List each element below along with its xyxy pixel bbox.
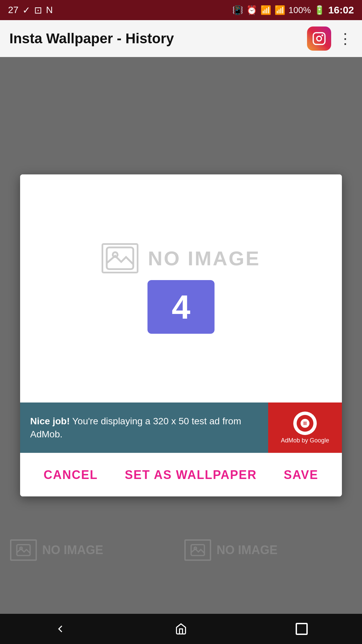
status-right-icons: 📳 ⏰ 📶 📶 100% 🔋 16:02 bbox=[232, 4, 354, 16]
signal-icon: 📶 bbox=[275, 5, 285, 15]
home-button[interactable] bbox=[168, 619, 194, 639]
dialog: NO IMAGE 4 Nice job! You're displaying a… bbox=[20, 174, 342, 496]
save-button[interactable]: SAVE bbox=[276, 463, 326, 487]
alarm-icon: ⏰ bbox=[246, 5, 257, 15]
status-left-icons: 27 ✓ ⊡ N bbox=[8, 5, 53, 16]
no-image-label: NO IMAGE bbox=[148, 247, 260, 270]
svg-rect-7 bbox=[107, 248, 133, 269]
number-badge: 4 bbox=[147, 280, 215, 334]
status-time: 16:02 bbox=[328, 4, 354, 16]
status-date: 27 bbox=[8, 5, 18, 15]
svg-point-2 bbox=[321, 35, 323, 36]
screenshot-icon: ⊡ bbox=[34, 5, 42, 16]
n-notification-icon: N bbox=[46, 5, 53, 15]
back-button[interactable] bbox=[47, 619, 74, 639]
ad-content: Nice job! You're displaying a 320 x 50 t… bbox=[30, 415, 258, 441]
checkmark-icon: ✓ bbox=[22, 5, 30, 16]
battery-icon: 🔋 bbox=[314, 5, 325, 15]
battery-level: 100% bbox=[289, 5, 311, 15]
recent-apps-button[interactable] bbox=[288, 619, 315, 639]
set-wallpaper-button[interactable]: SET AS WALLPAPER bbox=[117, 463, 265, 487]
dialog-buttons: CANCEL SET AS WALLPAPER SAVE bbox=[20, 453, 342, 496]
recent-apps-icon bbox=[296, 623, 308, 635]
vibrate-icon: 📳 bbox=[232, 5, 243, 15]
admob-logo bbox=[293, 412, 317, 435]
dialog-image-area: NO IMAGE 4 bbox=[20, 174, 342, 402]
admob-tagline: AdMob by Google bbox=[281, 437, 329, 444]
wifi-icon: 📶 bbox=[260, 5, 271, 15]
dialog-overlay: NO IMAGE 4 Nice job! You're displaying a… bbox=[0, 57, 362, 614]
image-placeholder-icon bbox=[102, 243, 138, 273]
app-bar: Insta Wallpaper - History ⋮ bbox=[0, 20, 362, 57]
ad-logo-area: AdMob by Google bbox=[268, 402, 342, 453]
instagram-icon[interactable] bbox=[307, 26, 331, 51]
cancel-button[interactable]: CANCEL bbox=[36, 463, 106, 487]
admob-logo-inner bbox=[297, 415, 313, 432]
no-image-container: NO IMAGE bbox=[102, 243, 260, 273]
status-bar: 27 ✓ ⊡ N 📳 ⏰ 📶 📶 100% 🔋 16:02 bbox=[0, 0, 362, 20]
ad-text: Nice job! You're displaying a 320 x 50 t… bbox=[20, 402, 268, 453]
nav-bar bbox=[0, 614, 362, 644]
app-bar-title: Insta Wallpaper - History bbox=[9, 31, 300, 47]
main-content: NO IMAGE NO IMAGE bbox=[0, 57, 362, 614]
more-options-icon[interactable]: ⋮ bbox=[338, 31, 353, 46]
ad-banner[interactable]: Nice job! You're displaying a 320 x 50 t… bbox=[20, 402, 342, 453]
svg-point-1 bbox=[317, 36, 321, 41]
badge-number: 4 bbox=[172, 288, 190, 326]
app-bar-icons: ⋮ bbox=[307, 26, 353, 51]
svg-rect-0 bbox=[313, 33, 325, 45]
